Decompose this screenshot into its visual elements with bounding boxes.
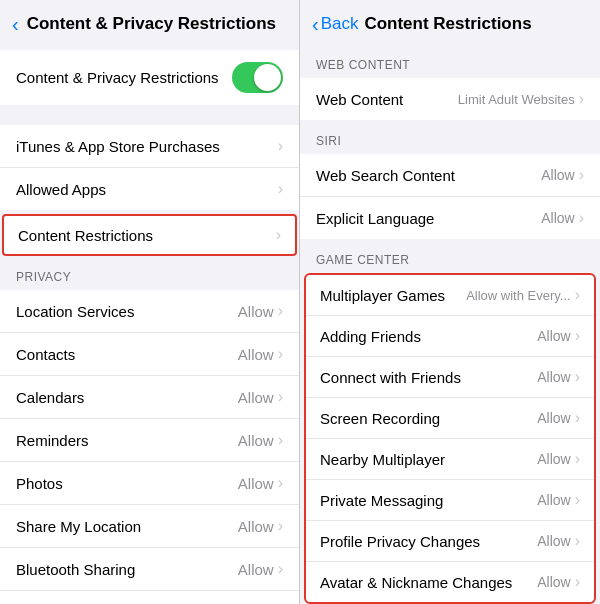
reminders-chevron-icon: › [278,431,283,449]
calendars-label: Calendars [16,389,84,406]
bluetooth-sharing-row[interactable]: Bluetooth Sharing Allow › [0,548,299,591]
nearby-multiplayer-chevron-icon: › [575,450,580,468]
toggle-section: Content & Privacy Restrictions [0,50,299,105]
connect-with-friends-row[interactable]: Connect with Friends Allow › [306,357,594,398]
photos-chevron-icon: › [278,474,283,492]
contacts-label: Contacts [16,346,75,363]
web-content-group: Web Content Limit Adult Websites › [300,78,600,120]
screen-recording-value: Allow [537,410,570,426]
web-content-value: Limit Adult Websites [458,92,575,107]
share-my-location-row[interactable]: Share My Location Allow › [0,505,299,548]
nearby-multiplayer-label: Nearby Multiplayer [320,451,445,468]
web-search-content-row[interactable]: Web Search Content Allow › [300,154,600,197]
right-header: ‹ Back Content Restrictions [300,0,600,44]
web-search-content-value: Allow [541,167,574,183]
location-services-row[interactable]: Location Services Allow › [0,290,299,333]
content-restrictions-chevron-icon: › [276,226,281,244]
private-messaging-label: Private Messaging [320,492,443,509]
explicit-language-value: Allow [541,210,574,226]
right-panel: ‹ Back Content Restrictions WEB CONTENT … [300,0,600,604]
screen-recording-chevron-icon: › [575,409,580,427]
contacts-row[interactable]: Contacts Allow › [0,333,299,376]
game-center-group: Multiplayer Games Allow with Every... › … [304,273,596,604]
calendars-value: Allow [238,389,274,406]
right-back-chevron-icon: ‹ [312,13,319,36]
explicit-language-chevron-icon: › [579,209,584,227]
calendars-chevron-icon: › [278,388,283,406]
connect-with-friends-chevron-icon: › [575,368,580,386]
multiplayer-games-chevron-icon: › [575,286,580,304]
web-search-content-label: Web Search Content [316,167,455,184]
allowed-apps-chevron-icon: › [278,180,283,198]
share-my-location-chevron-icon: › [278,517,283,535]
game-center-section-label: GAME CENTER [300,239,600,273]
profile-privacy-changes-chevron-icon: › [575,532,580,550]
adding-friends-label: Adding Friends [320,328,421,345]
privacy-group: Location Services Allow › Contacts Allow… [0,290,299,604]
multiplayer-games-label: Multiplayer Games [320,287,445,304]
toggle-switch[interactable] [232,62,283,93]
share-my-location-label: Share My Location [16,518,141,535]
private-messaging-row[interactable]: Private Messaging Allow › [306,480,594,521]
avatar-nickname-changes-label: Avatar & Nickname Changes [320,574,512,591]
screen-recording-label: Screen Recording [320,410,440,427]
content-restrictions-label: Content Restrictions [18,227,153,244]
left-header-title: Content & Privacy Restrictions [27,14,276,34]
adding-friends-row[interactable]: Adding Friends Allow › [306,316,594,357]
photos-label: Photos [16,475,63,492]
right-back-button[interactable]: ‹ Back [312,13,358,36]
left-back-chevron-icon: ‹ [12,14,19,34]
toggle-label: Content & Privacy Restrictions [16,69,219,86]
itunes-purchases-row[interactable]: iTunes & App Store Purchases › [0,125,299,168]
allowed-apps-label: Allowed Apps [16,181,106,198]
left-header: ‹ Content & Privacy Restrictions [0,0,299,44]
avatar-nickname-changes-row[interactable]: Avatar & Nickname Changes Allow › [306,562,594,602]
right-header-title: Content Restrictions [364,14,531,34]
explicit-language-row[interactable]: Explicit Language Allow › [300,197,600,239]
left-panel: ‹ Content & Privacy Restrictions Content… [0,0,300,604]
siri-section-label: SIRI [300,120,600,154]
siri-group: Web Search Content Allow › Explicit Lang… [300,154,600,239]
profile-privacy-changes-row[interactable]: Profile Privacy Changes Allow › [306,521,594,562]
content-restrictions-row[interactable]: Content Restrictions › [2,214,297,256]
allowed-apps-row[interactable]: Allowed Apps › [0,168,299,210]
web-content-section-label: WEB CONTENT [300,44,600,78]
multiplayer-games-row[interactable]: Multiplayer Games Allow with Every... › [306,275,594,316]
right-back-label: Back [321,14,359,34]
reminders-value: Allow [238,432,274,449]
reminders-row[interactable]: Reminders Allow › [0,419,299,462]
left-back-button[interactable]: ‹ [12,14,21,34]
main-menu-group: iTunes & App Store Purchases › Allowed A… [0,125,299,210]
web-content-label: Web Content [316,91,403,108]
screen-recording-row[interactable]: Screen Recording Allow › [306,398,594,439]
bluetooth-sharing-value: Allow [238,561,274,578]
adding-friends-value: Allow [537,328,570,344]
private-messaging-value: Allow [537,492,570,508]
connect-with-friends-value: Allow [537,369,570,385]
photos-row[interactable]: Photos Allow › [0,462,299,505]
itunes-purchases-label: iTunes & App Store Purchases [16,138,220,155]
profile-privacy-changes-value: Allow [537,533,570,549]
bluetooth-sharing-chevron-icon: › [278,560,283,578]
avatar-nickname-changes-value: Allow [537,574,570,590]
nearby-multiplayer-row[interactable]: Nearby Multiplayer Allow › [306,439,594,480]
contacts-value: Allow [238,346,274,363]
private-messaging-chevron-icon: › [575,491,580,509]
share-my-location-value: Allow [238,518,274,535]
web-search-content-chevron-icon: › [579,166,584,184]
profile-privacy-changes-label: Profile Privacy Changes [320,533,480,550]
calendars-row[interactable]: Calendars Allow › [0,376,299,419]
privacy-section-label: PRIVACY [0,256,299,290]
connect-with-friends-label: Connect with Friends [320,369,461,386]
location-services-label: Location Services [16,303,134,320]
microphone-row[interactable]: Microphone Allow › [0,591,299,604]
web-content-chevron-icon: › [579,90,584,108]
content-restrictions-wrapper: Content Restrictions › [0,214,299,256]
itunes-purchases-chevron-icon: › [278,137,283,155]
location-services-chevron-icon: › [278,302,283,320]
toggle-row: Content & Privacy Restrictions [16,50,283,105]
explicit-language-label: Explicit Language [316,210,434,227]
photos-value: Allow [238,475,274,492]
web-content-row[interactable]: Web Content Limit Adult Websites › [300,78,600,120]
nearby-multiplayer-value: Allow [537,451,570,467]
